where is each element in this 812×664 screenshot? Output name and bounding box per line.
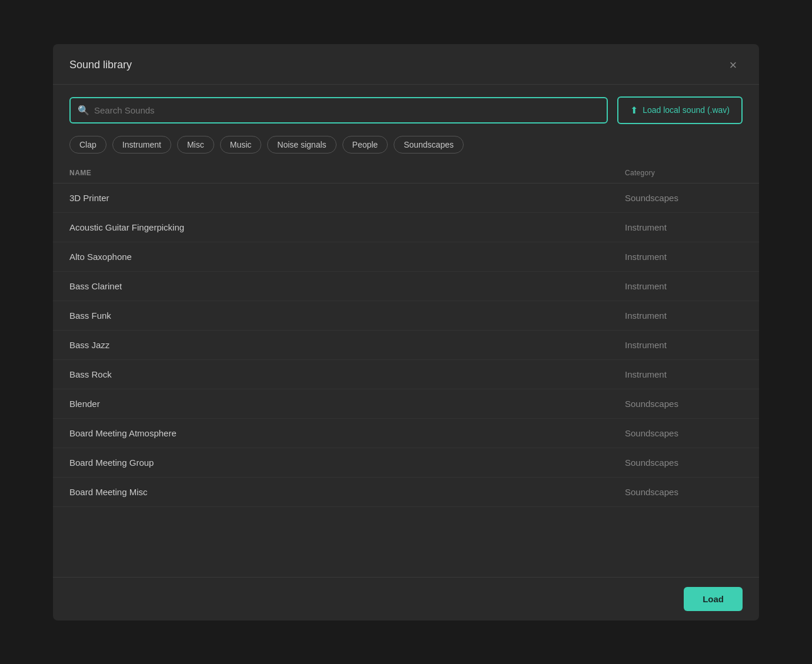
row-sound-name: Alto Saxophone <box>69 252 625 262</box>
row-sound-category: Instrument <box>625 252 743 262</box>
row-sound-name: Blender <box>69 399 625 409</box>
row-sound-category: Instrument <box>625 311 743 321</box>
table-body: 3D PrinterSoundscapesAcoustic Guitar Fin… <box>53 183 759 507</box>
filter-tag[interactable]: Noise signals <box>267 136 336 154</box>
row-sound-category: Soundscapes <box>625 458 743 468</box>
load-local-button[interactable]: ⬆ Load local sound (.wav) <box>617 96 743 124</box>
filter-tag[interactable]: Clap <box>69 136 107 154</box>
table-row[interactable]: Board Meeting GroupSoundscapes <box>53 448 759 478</box>
table-row[interactable]: Alto SaxophoneInstrument <box>53 242 759 272</box>
filter-tag[interactable]: Instrument <box>112 136 171 154</box>
filter-tag[interactable]: Misc <box>177 136 214 154</box>
row-sound-name: Board Meeting Group <box>69 458 625 468</box>
filter-tag[interactable]: People <box>342 136 388 154</box>
upload-icon: ⬆ <box>630 105 638 116</box>
load-button[interactable]: Load <box>684 587 743 611</box>
table-row[interactable]: Board Meeting AtmosphereSoundscapes <box>53 419 759 448</box>
table-row[interactable]: Bass FunkInstrument <box>53 301 759 331</box>
row-sound-category: Soundscapes <box>625 428 743 438</box>
row-sound-name: Bass Clarinet <box>69 281 625 291</box>
table-row[interactable]: BlenderSoundscapes <box>53 389 759 419</box>
load-local-label: Load local sound (.wav) <box>643 105 730 115</box>
row-sound-category: Instrument <box>625 369 743 379</box>
row-sound-category: Soundscapes <box>625 487 743 497</box>
row-sound-category: Instrument <box>625 281 743 291</box>
row-sound-name: 3D Printer <box>69 193 625 203</box>
table-row[interactable]: Bass ClarinetInstrument <box>53 272 759 301</box>
column-name-header: NAME <box>69 169 625 177</box>
row-sound-name: Acoustic Guitar Fingerpicking <box>69 222 625 232</box>
table-row[interactable]: Bass JazzInstrument <box>53 331 759 360</box>
filter-tags: ClapInstrumentMiscMusicNoise signalsPeop… <box>53 134 759 163</box>
search-input[interactable] <box>69 97 608 124</box>
row-sound-name: Bass Funk <box>69 311 625 321</box>
toolbar: 🔍 ⬆ Load local sound (.wav) <box>53 85 759 134</box>
row-sound-category: Instrument <box>625 222 743 232</box>
row-sound-name: Bass Rock <box>69 369 625 379</box>
table-row[interactable]: Board Meeting MiscSoundscapes <box>53 478 759 507</box>
sound-library-dialog: Sound library × 🔍 ⬆ Load local sound (.w… <box>53 44 759 620</box>
filter-tag[interactable]: Soundscapes <box>394 136 464 154</box>
dialog-title: Sound library <box>69 59 132 71</box>
column-category-header: Category <box>625 169 743 177</box>
row-sound-name: Bass Jazz <box>69 340 625 350</box>
row-sound-name: Board Meeting Atmosphere <box>69 428 625 438</box>
table-row[interactable]: Bass RockInstrument <box>53 360 759 389</box>
dialog-header: Sound library × <box>53 44 759 85</box>
filter-tag[interactable]: Music <box>220 136 262 154</box>
row-sound-category: Instrument <box>625 340 743 350</box>
sound-table-container[interactable]: NAME Category 3D PrinterSoundscapesAcous… <box>53 163 759 577</box>
table-row[interactable]: 3D PrinterSoundscapes <box>53 183 759 213</box>
row-sound-category: Soundscapes <box>625 193 743 203</box>
row-sound-category: Soundscapes <box>625 399 743 409</box>
dialog-footer: Load <box>53 577 759 620</box>
table-row[interactable]: Acoustic Guitar FingerpickingInstrument <box>53 213 759 242</box>
search-icon: 🔍 <box>78 105 89 116</box>
close-button[interactable]: × <box>724 56 743 75</box>
search-container: 🔍 <box>69 97 608 124</box>
table-header: NAME Category <box>53 163 759 183</box>
row-sound-name: Board Meeting Misc <box>69 487 625 497</box>
